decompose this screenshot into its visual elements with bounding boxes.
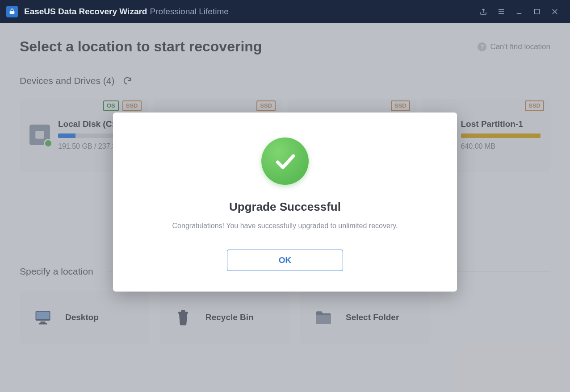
modal-message: Congratulations! You have successfully u… — [172, 222, 398, 230]
upgrade-successful-dialog: Upgrade Successful Congratulations! You … — [113, 113, 457, 292]
app-title: EaseUS Data Recovery Wizard — [24, 7, 147, 17]
svg-rect-0 — [10, 11, 15, 14]
modal-title: Upgrade Successful — [229, 200, 341, 214]
titlebar: EaseUS Data Recovery Wizard Professional… — [0, 0, 570, 23]
ok-button[interactable]: OK — [227, 250, 343, 271]
success-check-icon — [261, 138, 309, 185]
app-logo-icon — [6, 6, 18, 17]
minimize-button[interactable] — [510, 3, 528, 21]
close-button[interactable] — [546, 3, 564, 21]
app-edition: Professional Lifetime — [150, 7, 228, 17]
maximize-button[interactable] — [528, 3, 546, 21]
menu-button[interactable] — [492, 3, 510, 21]
modal-overlay: Upgrade Successful Congratulations! You … — [0, 23, 570, 392]
share-button[interactable] — [474, 3, 492, 21]
svg-rect-1 — [535, 9, 540, 14]
